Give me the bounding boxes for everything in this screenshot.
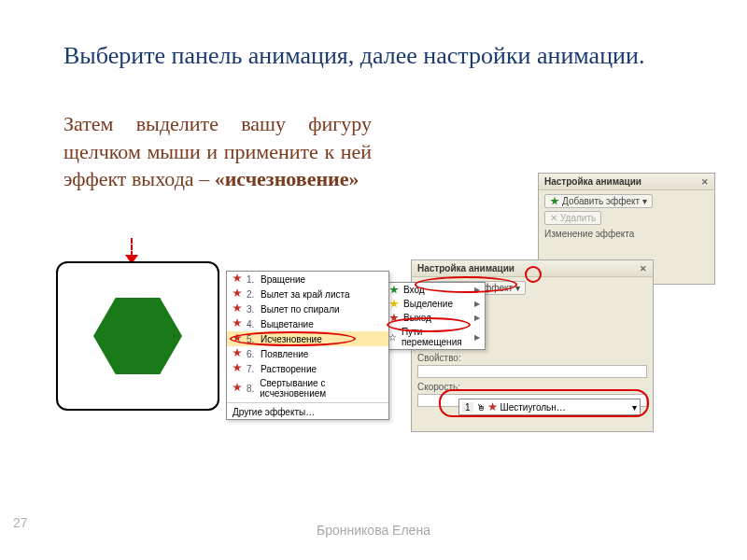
item-label: Вращение bbox=[261, 274, 305, 285]
hexagon-shape[interactable] bbox=[93, 298, 182, 374]
add-effect-label: Добавить эффект bbox=[562, 196, 640, 206]
close-icon[interactable]: ✕ bbox=[640, 264, 647, 273]
instruction-text: Затем выделите вашу фигуру щелчком мыши … bbox=[63, 110, 372, 193]
menu-item-label: Вход bbox=[403, 285, 425, 295]
add-effect-button[interactable]: Добавить эффект ▾ bbox=[544, 194, 653, 208]
item-number: 1. bbox=[247, 274, 256, 285]
item-label: Вылет за край листа bbox=[261, 289, 350, 300]
add-menu-item[interactable]: Вход▶ bbox=[384, 283, 485, 297]
exit-effect-item[interactable]: 4.Выцветание bbox=[227, 316, 388, 331]
exit-burst-icon bbox=[233, 273, 242, 285]
star-icon bbox=[550, 197, 559, 206]
panel-title-bar: Настройка анимации ✕ bbox=[412, 260, 653, 277]
speed-label: Скорость: bbox=[417, 382, 647, 392]
item-number: 8. bbox=[247, 384, 255, 394]
red-arrow-icon bbox=[121, 238, 144, 260]
item-label: Растворение bbox=[261, 364, 317, 374]
exit-effect-item[interactable]: 7.Растворение bbox=[227, 361, 388, 376]
remove-label: Удалить bbox=[560, 213, 596, 223]
instruction-bold: «исчезновение» bbox=[215, 167, 359, 190]
effect-name: Шестиугольн… bbox=[500, 402, 566, 413]
item-label: Исчезновение bbox=[261, 334, 322, 344]
change-effect-label: Изменение эффекта bbox=[544, 229, 709, 239]
item-label: Выцветание bbox=[261, 319, 314, 329]
exit-effect-item[interactable]: 5.Исчезновение bbox=[227, 331, 388, 346]
exit-burst-icon bbox=[233, 363, 242, 374]
remove-effect-button[interactable]: ✕ Удалить bbox=[544, 211, 601, 225]
exit-effect-item[interactable]: 2.Вылет за край листа bbox=[227, 287, 388, 301]
panel-title-text: Настройка анимации bbox=[417, 263, 514, 273]
submenu-arrow-icon: ▶ bbox=[474, 333, 480, 342]
burst-icon bbox=[388, 286, 400, 295]
shape-preview-box bbox=[56, 261, 219, 411]
mouse-icon: 🖱 bbox=[476, 402, 486, 413]
item-label: Вылет по спирали bbox=[261, 304, 340, 315]
menu-separator bbox=[227, 402, 388, 403]
panel-title-bar: Настройка анимации ✕ bbox=[539, 174, 714, 190]
burst-icon bbox=[388, 300, 400, 309]
item-number: 6. bbox=[247, 349, 256, 359]
item-number: 2. bbox=[247, 289, 256, 300]
exit-effect-item[interactable]: 1.Вращение bbox=[227, 272, 388, 287]
more-effects-item[interactable]: Другие эффекты… bbox=[227, 405, 388, 419]
author-name: Бронникова Елена bbox=[0, 523, 747, 538]
add-menu-item[interactable]: ☆Пути перемещения▶ bbox=[384, 325, 485, 349]
exit-effect-item[interactable]: 8.Свертывание с исчезновением bbox=[227, 376, 388, 400]
exit-effects-submenu: 1.Вращение2.Вылет за край листа3.Вылет п… bbox=[226, 271, 389, 420]
item-label: Появление bbox=[261, 349, 308, 359]
path-icon: ☆ bbox=[388, 332, 398, 343]
dropdown-arrow-icon[interactable]: ▾ bbox=[632, 402, 637, 413]
close-icon[interactable]: ✕ bbox=[701, 177, 709, 187]
exit-effect-item[interactable]: 6.Появление bbox=[227, 346, 388, 361]
exit-burst-icon bbox=[233, 318, 242, 329]
item-number: 3. bbox=[247, 304, 256, 315]
submenu-arrow-icon: ▶ bbox=[474, 286, 480, 294]
exit-burst-icon bbox=[233, 383, 242, 394]
property-field[interactable] bbox=[417, 365, 647, 378]
exit-burst-icon bbox=[233, 333, 242, 344]
add-menu-item[interactable]: Выделение▶ bbox=[384, 297, 485, 311]
exit-burst-icon bbox=[488, 402, 498, 412]
exit-burst-icon bbox=[233, 348, 242, 359]
effect-index: 1 bbox=[462, 402, 473, 413]
menu-item-label: Выделение bbox=[403, 299, 453, 309]
slide-title: Выберите панель анимация, далее настройк… bbox=[63, 39, 719, 72]
effect-list-item[interactable]: 1 🖱 Шестиугольн… ▾ bbox=[458, 399, 641, 415]
property-label: Свойство: bbox=[417, 353, 647, 363]
burst-icon bbox=[388, 314, 400, 323]
menu-item-label: Выход bbox=[403, 313, 431, 323]
add-effect-menu: Вход▶Выделение▶Выход▶☆Пути перемещения▶ bbox=[383, 282, 486, 350]
exit-effect-item[interactable]: 3.Вылет по спирали bbox=[227, 301, 388, 316]
menu-item-label: Пути перемещения bbox=[402, 327, 471, 347]
add-menu-item[interactable]: Выход▶ bbox=[384, 311, 485, 325]
item-number: 7. bbox=[247, 364, 256, 374]
item-number: 4. bbox=[247, 319, 256, 329]
submenu-arrow-icon: ▶ bbox=[474, 314, 480, 322]
submenu-arrow-icon: ▶ bbox=[474, 300, 480, 308]
exit-burst-icon bbox=[233, 303, 242, 315]
exit-burst-icon bbox=[233, 288, 242, 300]
item-number: 5. bbox=[247, 334, 256, 344]
item-label: Свертывание с исчезновением bbox=[260, 378, 383, 399]
panel-title-text: Настройка анимации bbox=[544, 176, 641, 187]
